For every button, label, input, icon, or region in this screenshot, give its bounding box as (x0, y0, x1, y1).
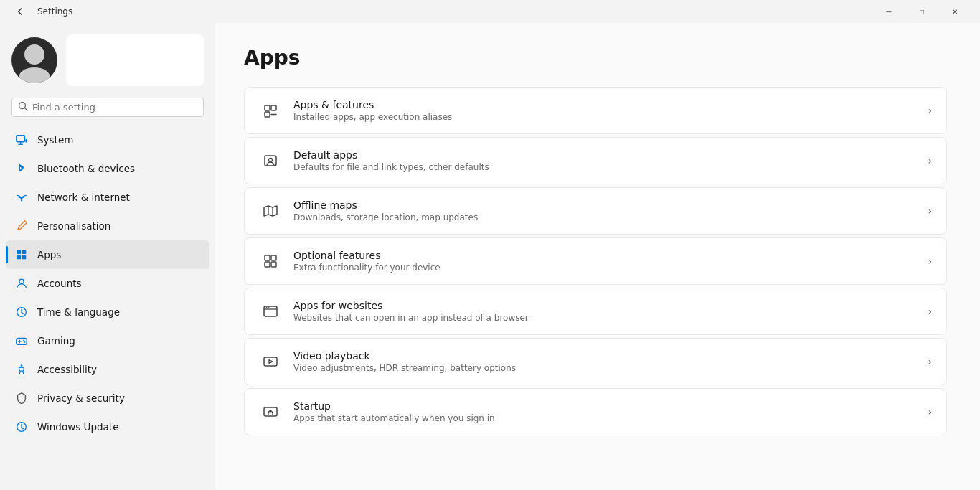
sidebar-item-time[interactable]: Time & language (6, 298, 209, 326)
sidebar-item-label: Apps (37, 249, 61, 260)
profile-card[interactable] (66, 34, 204, 86)
close-button[interactable]: ✕ (938, 0, 971, 23)
sidebar-item-privacy[interactable]: Privacy & security (6, 384, 209, 413)
svg-point-37 (268, 307, 270, 308)
sidebar-item-personalisation[interactable]: Personalisation (6, 212, 209, 240)
settings-item-title: Video playback (293, 350, 916, 362)
settings-item-desc: Websites that can open in an app instead… (293, 313, 916, 323)
sidebar-item-update[interactable]: Windows Update (6, 413, 209, 441)
apps-features-icon (259, 99, 282, 122)
svg-rect-38 (264, 357, 277, 366)
settings-item-apps-websites[interactable]: Apps for websites Websites that can open… (244, 288, 947, 335)
svg-rect-12 (22, 255, 26, 259)
settings-item-text: Optional features Extra functionality fo… (293, 250, 916, 273)
svg-rect-11 (17, 255, 21, 259)
sidebar-item-system[interactable]: System (6, 126, 209, 154)
search-input[interactable] (32, 102, 197, 113)
svg-rect-10 (22, 250, 26, 254)
svg-rect-26 (265, 156, 276, 166)
sidebar-item-bluetooth[interactable]: Bluetooth & devices (6, 154, 209, 183)
settings-item-desc: Defaults for file and link types, other … (293, 162, 916, 172)
maximize-button[interactable]: □ (905, 0, 938, 23)
settings-item-text: Startup Apps that start automatically wh… (293, 400, 916, 423)
chevron-icon: › (928, 356, 932, 367)
sidebar-item-accessibility[interactable]: Accessibility (6, 355, 209, 384)
settings-item-title: Offline maps (293, 199, 916, 211)
window-controls: ─ □ ✕ (872, 0, 971, 23)
sidebar: System Bluetooth & devices Network & int… (0, 23, 215, 490)
svg-point-18 (23, 340, 24, 341)
back-button[interactable] (9, 0, 32, 23)
sidebar-item-network[interactable]: Network & internet (6, 183, 209, 212)
settings-item-default-apps[interactable]: Default apps Defaults for file and link … (244, 137, 947, 184)
settings-item-optional-features[interactable]: Optional features Extra functionality fo… (244, 237, 947, 285)
bluetooth-icon (14, 161, 29, 176)
main-panel: Apps Apps & features Installed apps, app… (215, 23, 980, 490)
gaming-icon (14, 334, 29, 348)
svg-rect-9 (17, 250, 21, 254)
settings-item-desc: Installed apps, app execution aliases (293, 112, 916, 122)
svg-point-40 (270, 410, 272, 413)
video-playback-icon (259, 350, 282, 373)
settings-item-video-playback[interactable]: Video playback Video adjustments, HDR st… (244, 338, 947, 385)
svg-rect-7 (25, 139, 27, 143)
svg-point-0 (24, 44, 44, 65)
svg-rect-30 (265, 255, 270, 260)
chevron-icon: › (928, 105, 932, 116)
personalisation-icon (14, 219, 29, 233)
settings-item-text: Offline maps Downloads, storage location… (293, 199, 916, 222)
apps-websites-icon (259, 300, 282, 323)
settings-item-text: Video playback Video adjustments, HDR st… (293, 350, 916, 373)
accounts-icon (14, 276, 29, 291)
settings-item-title: Optional features (293, 250, 916, 261)
svg-point-20 (21, 364, 23, 367)
svg-rect-31 (271, 255, 276, 260)
svg-rect-24 (265, 112, 270, 117)
offline-maps-icon (259, 199, 282, 222)
window-title: Settings (37, 6, 72, 17)
nav-menu: System Bluetooth & devices Network & int… (0, 123, 215, 490)
svg-rect-23 (271, 105, 276, 110)
search-container (0, 95, 215, 123)
update-icon (14, 420, 29, 434)
system-icon (14, 133, 29, 147)
settings-item-startup[interactable]: Startup Apps that start automatically wh… (244, 388, 947, 435)
settings-item-title: Apps & features (293, 99, 916, 110)
svg-point-8 (21, 199, 22, 201)
app-container: System Bluetooth & devices Network & int… (0, 23, 980, 490)
title-bar: Settings ─ □ ✕ (0, 0, 980, 23)
sidebar-item-gaming[interactable]: Gaming (6, 326, 209, 355)
settings-item-title: Startup (293, 400, 916, 412)
svg-point-19 (24, 341, 26, 343)
settings-item-text: Default apps Defaults for file and link … (293, 149, 916, 172)
sidebar-item-label: Accounts (37, 278, 82, 289)
sidebar-item-label: Network & internet (37, 192, 130, 203)
sidebar-item-label: Bluetooth & devices (37, 163, 135, 174)
svg-point-36 (266, 307, 268, 308)
svg-point-27 (269, 159, 273, 162)
sidebar-item-label: Gaming (37, 335, 75, 347)
avatar[interactable] (11, 37, 57, 83)
profile-section (0, 23, 215, 95)
chevron-icon: › (928, 306, 932, 317)
optional-features-icon (259, 250, 282, 273)
settings-list: Apps & features Installed apps, app exec… (244, 87, 947, 435)
svg-rect-4 (17, 136, 25, 142)
privacy-icon (14, 391, 29, 405)
default-apps-icon (259, 149, 282, 172)
settings-item-desc: Apps that start automatically when you s… (293, 413, 916, 423)
network-icon (14, 190, 29, 204)
minimize-button[interactable]: ─ (872, 0, 905, 23)
settings-item-desc: Extra functionality for your device (293, 263, 916, 273)
svg-line-3 (25, 108, 28, 111)
settings-item-apps-features[interactable]: Apps & features Installed apps, app exec… (244, 87, 947, 134)
sidebar-item-label: Time & language (37, 306, 120, 318)
settings-item-offline-maps[interactable]: Offline maps Downloads, storage location… (244, 187, 947, 235)
sidebar-item-apps[interactable]: Apps (6, 240, 209, 269)
search-box[interactable] (11, 98, 204, 117)
sidebar-item-label: Personalisation (37, 220, 110, 232)
svg-rect-33 (271, 262, 276, 267)
sidebar-item-label: Accessibility (37, 364, 97, 375)
accessibility-icon (14, 362, 29, 377)
sidebar-item-accounts[interactable]: Accounts (6, 269, 209, 298)
